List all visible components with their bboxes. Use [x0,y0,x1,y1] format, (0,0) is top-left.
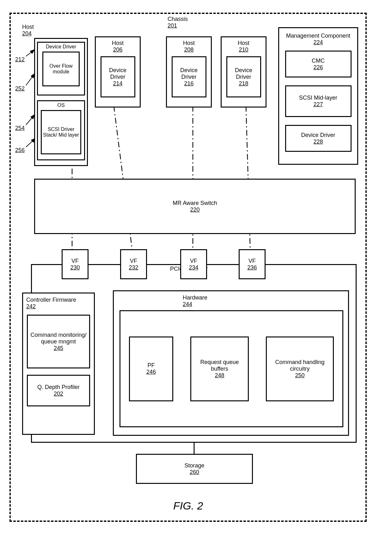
vf234-label: VF [190,258,197,264]
vf234-ref: 234 [189,264,198,271]
host204-outer-label: Host 204 [22,24,34,37]
dd214-box: Device Driver 214 [101,56,135,97]
host204-scsi-label: SCSI Driver Stack/ Mid layer [42,126,80,138]
storage-ref: 260 [190,469,199,476]
scsi-mid-label: SCSI Mid-layer [299,95,337,101]
rqb-label: Request queue buffers [191,359,248,372]
chassis-ref: 201 [168,22,177,29]
chassis-text: Chassis [168,16,188,22]
host206-ref: 206 [113,46,122,53]
storage-box: Storage 260 [136,454,253,484]
host204-text: Host [22,24,34,30]
rqb-box: Request queue buffers 248 [190,336,249,401]
hardware-ref: 244 [183,301,192,307]
cmc-label: CMC [312,58,325,64]
cmdmon-label: Command monitoring/ queue mngmt [28,332,89,345]
hardware-inner: PF 246 Request queue buffers 248 Command… [119,310,343,427]
host206-label: Host [112,40,124,46]
cmc-ref: 226 [313,64,323,71]
host204-device-driver: Device Driver Over Flow module [37,42,85,96]
dd216-box: Device Driver 216 [172,56,206,97]
chc-label: Command handling circuitry [267,359,333,372]
dd218-ref: 218 [239,80,248,87]
ref-256: 256 [15,147,25,154]
host204-scsi-box: SCSI Driver Stack/ Mid layer [41,110,81,154]
figure-label: FIG. 2 [173,500,203,512]
chc-box: Command handling circuitry 250 [266,336,334,401]
host204-ref: 204 [22,30,32,37]
qdepth-box: Q. Depth Profiler 202 [27,375,90,406]
dd218-label: Device Driver [227,67,260,80]
host204-dd-label: Device Driver [46,44,76,50]
dd214-label: Device Driver [101,67,134,80]
vf230-ref: 230 [70,264,80,271]
host208-ref: 208 [184,46,193,53]
host210-box: Host 210 Device Driver 218 [221,36,266,108]
switch-ref: 220 [190,207,199,213]
mgmt-label: Management Component [286,33,350,39]
host208-label: Host [183,40,195,46]
switch-box: MR Aware Switch 220 [34,179,356,234]
scsi-mid-box: SCSI Mid-layer 227 [285,85,352,117]
mgmt-dd-box: Device Driver 228 [285,125,352,152]
scsi-mid-ref: 227 [313,101,323,108]
dd218-box: Device Driver 218 [226,56,261,97]
mgmt-ref: 224 [313,39,323,46]
host206-box: Host 206 Device Driver 214 [95,36,141,108]
hardware-box: Hardware 244 PF 246 Request queue buffer… [113,290,349,436]
chc-ref: 250 [295,372,304,379]
vf236-ref: 236 [247,264,257,271]
ref-212: 212 [15,56,25,63]
dd216-label: Device Driver [173,67,205,80]
switch-label: MR Aware Switch [173,200,217,207]
firmware-label: Controller Firmware [26,297,76,303]
vf232-ref: 232 [129,264,138,271]
mgmt-dd-label: Device Driver [301,132,335,139]
qdepth-ref: 202 [54,391,63,397]
firmware-ref: 242 [26,303,36,310]
mgmt-box: Management Component 224 CMC 226 SCSI Mi… [278,27,358,165]
chassis-label: Chassis 201 [168,16,188,29]
pf-label: PF [147,362,155,369]
vf236-label: VF [248,258,256,264]
dd214-ref: 214 [113,80,122,87]
host208-box: Host 208 Device Driver 216 [166,36,212,108]
host210-label: Host [238,40,249,46]
host204-os-box: OS SCSI Driver Stack/ Mid layer [37,100,85,160]
ref-254: 254 [15,125,25,132]
qdepth-label: Q. Depth Profiler [37,384,80,391]
vf232-box: VF 232 [120,249,147,279]
storage-label: Storage [184,462,204,469]
diagram-canvas: Chassis 201 Host 204 [0,0,392,543]
host210-ref: 210 [239,46,248,53]
host204-os-label: OS [57,102,64,108]
cmdmon-box: Command monitoring/ queue mngmt 245 [27,315,90,368]
host204-overflow-box: Over Flow module [42,52,80,86]
vf232-label: VF [130,258,137,264]
cmdmon-ref: 245 [54,345,63,352]
cmc-box: CMC 226 [285,51,352,77]
vf230-label: VF [71,258,79,264]
vf230-box: VF 230 [62,249,89,279]
hardware-label: Hardware [183,294,207,301]
firmware-box: Controller Firmware 242 Command monitori… [22,293,95,435]
host204-box: Device Driver Over Flow module OS SCSI D… [34,38,88,166]
vf234-box: VF 234 [180,249,207,279]
host204-overflow-label: Over Flow module [43,63,79,75]
mgmt-dd-ref: 228 [313,139,323,145]
pf-box: PF 246 [129,336,173,401]
pf-ref: 246 [146,369,156,375]
vf236-box: VF 236 [239,249,266,279]
rqb-ref: 248 [215,372,224,379]
dd216-ref: 216 [184,80,193,87]
ref-252: 252 [15,85,25,92]
